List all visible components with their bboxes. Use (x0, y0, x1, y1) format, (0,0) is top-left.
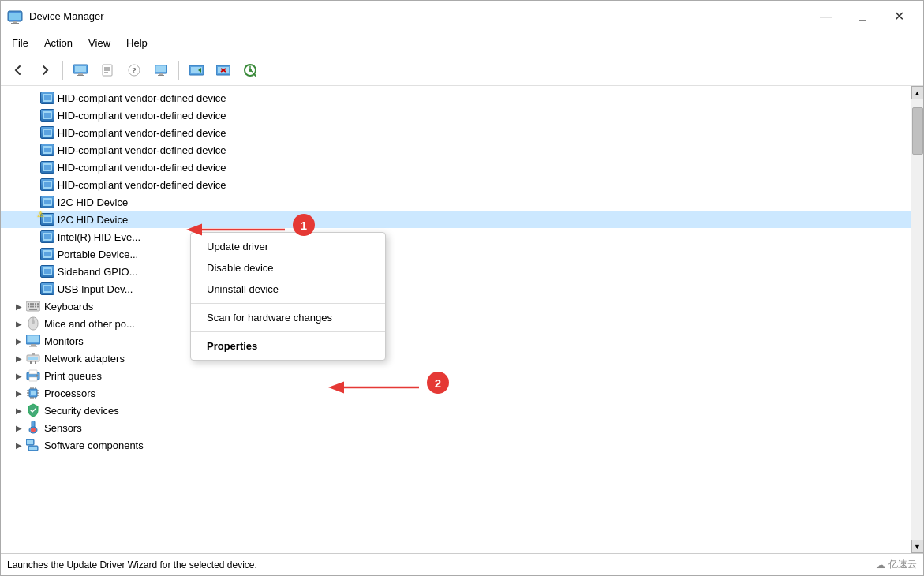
svg-rect-97 (29, 447, 37, 450)
svg-rect-27 (44, 95, 51, 100)
portable-device-item[interactable]: Portable Device... (1, 245, 911, 263)
context-menu: Update driver Disable device Uninstall d… (190, 232, 386, 361)
device-icon (40, 196, 54, 208)
context-menu-update-driver[interactable]: Update driver (191, 236, 385, 257)
help-button[interactable]: ? (122, 58, 147, 82)
toolbar: ? (1, 54, 923, 86)
security-devices-icon (26, 403, 40, 417)
watermark-text: 亿速云 (888, 558, 917, 571)
mice-label: Mice and other po... (44, 318, 135, 330)
menu-view[interactable]: View (80, 35, 118, 51)
svg-rect-95 (27, 440, 33, 444)
properties-button[interactable] (95, 58, 120, 82)
sensors-category[interactable]: ▶ Sensors (1, 419, 911, 436)
scrollbar-track[interactable] (911, 99, 924, 540)
menu-help[interactable]: Help (118, 35, 155, 51)
svg-rect-17 (158, 75, 164, 76)
close-button[interactable]: ✕ (881, 4, 917, 29)
window-controls: — □ ✕ (808, 4, 917, 29)
svg-rect-7 (77, 75, 84, 76)
expand-icon: ▶ (13, 405, 24, 416)
device-icon (40, 230, 54, 243)
app-icon (7, 9, 23, 24)
svg-rect-51 (28, 303, 29, 305)
forward-button[interactable] (32, 58, 58, 82)
maximize-button[interactable]: □ (844, 4, 881, 29)
svg-rect-2 (13, 21, 17, 23)
processors-category[interactable]: ▶ (1, 384, 911, 402)
menu-bar: File Action View Help (1, 32, 923, 54)
svg-rect-29 (44, 113, 51, 118)
warning-badge: ⚠ (37, 210, 44, 219)
list-item[interactable]: HID-compliant vendor-defined device (1, 141, 911, 159)
context-menu-properties[interactable]: Properties (191, 335, 385, 357)
keyboards-category[interactable]: ▶ (1, 297, 911, 315)
svg-rect-58 (32, 306, 34, 308)
device-icon (40, 126, 54, 139)
main-area: HID-compliant vendor-defined device HID-… (1, 86, 923, 553)
expand-icon: ▶ (13, 439, 24, 451)
svg-rect-71 (35, 361, 36, 364)
context-menu-disable-device[interactable]: Disable device (191, 257, 385, 279)
svg-point-25 (249, 69, 252, 72)
monitors-category[interactable]: ▶ Monitors (1, 332, 911, 350)
software-components-icon (26, 438, 40, 452)
scroll-up-button[interactable]: ▲ (911, 86, 924, 99)
context-menu-uninstall-device[interactable]: Uninstall device (191, 279, 385, 300)
svg-point-63 (32, 320, 35, 324)
menu-action[interactable]: Action (36, 35, 80, 51)
monitors-icon (26, 334, 40, 348)
item-label: HID-compliant vendor-defined device (58, 179, 226, 191)
list-item[interactable]: HID-compliant vendor-defined device (1, 159, 911, 176)
svg-point-76 (36, 375, 39, 377)
usb-input-device-item[interactable]: USB Input Dev... (1, 280, 911, 297)
scan-button[interactable] (238, 58, 263, 82)
svg-rect-54 (35, 303, 36, 305)
svg-rect-78 (31, 391, 36, 395)
svg-rect-59 (35, 306, 36, 308)
i2c-hid-device-item[interactable]: I2C HID Device (1, 193, 911, 211)
minimize-button[interactable]: — (808, 4, 844, 29)
menu-file[interactable]: File (4, 35, 36, 51)
device-manager-window: Device Manager — □ ✕ File Action View He… (0, 0, 924, 576)
mice-category[interactable]: ▶ Mice and other po... (1, 315, 911, 332)
network-adapters-category[interactable]: ▶ Network adapters (1, 350, 911, 367)
svg-rect-43 (44, 234, 51, 239)
item-label: I2C HID Device (58, 214, 129, 226)
sensors-icon (26, 421, 40, 435)
list-item[interactable]: HID-compliant vendor-defined device (1, 124, 911, 141)
display-button[interactable] (148, 58, 174, 82)
scrollbar-thumb[interactable] (912, 107, 923, 155)
intel-hid-item[interactable]: Intel(R) HID Eve... (1, 228, 911, 245)
print-queues-icon (26, 368, 40, 383)
svg-rect-39 (44, 200, 51, 204)
svg-rect-1 (9, 13, 21, 20)
svg-rect-75 (29, 377, 37, 381)
sideband-gpio-item[interactable]: Sideband GPIO... (1, 263, 911, 280)
svg-rect-53 (32, 303, 34, 305)
list-item[interactable]: HID-compliant vendor-defined device (1, 89, 911, 107)
title-bar: Device Manager — □ ✕ (1, 1, 923, 32)
network-adapters-icon (26, 351, 40, 365)
computer-properties-button[interactable] (68, 58, 93, 82)
svg-rect-74 (29, 370, 37, 374)
item-label: I2C HID Device (58, 196, 129, 208)
print-queues-category[interactable]: ▶ Print queues (1, 367, 911, 384)
list-item[interactable]: HID-compliant vendor-defined device (1, 176, 911, 193)
list-item[interactable]: HID-compliant vendor-defined device (1, 107, 911, 124)
keyboards-icon (26, 299, 40, 313)
svg-rect-55 (37, 303, 39, 305)
scroll-down-button[interactable]: ▼ (911, 540, 924, 553)
device-icon-warning: ⚠ (40, 213, 54, 226)
monitors-label: Monitors (44, 335, 84, 347)
svg-rect-70 (30, 361, 32, 364)
update-driver-button[interactable] (184, 58, 209, 82)
back-button[interactable] (6, 58, 31, 82)
software-components-category[interactable]: ▶ Software components (1, 436, 911, 454)
svg-rect-35 (44, 165, 51, 170)
context-menu-scan-hardware[interactable]: Scan for hardware changes (191, 307, 385, 328)
security-devices-category[interactable]: ▶ Security devices (1, 402, 911, 419)
svg-rect-45 (44, 252, 51, 256)
uninstall-button[interactable] (211, 58, 236, 82)
i2c-hid-device-warning-item[interactable]: ⚠ I2C HID Device (1, 211, 911, 228)
